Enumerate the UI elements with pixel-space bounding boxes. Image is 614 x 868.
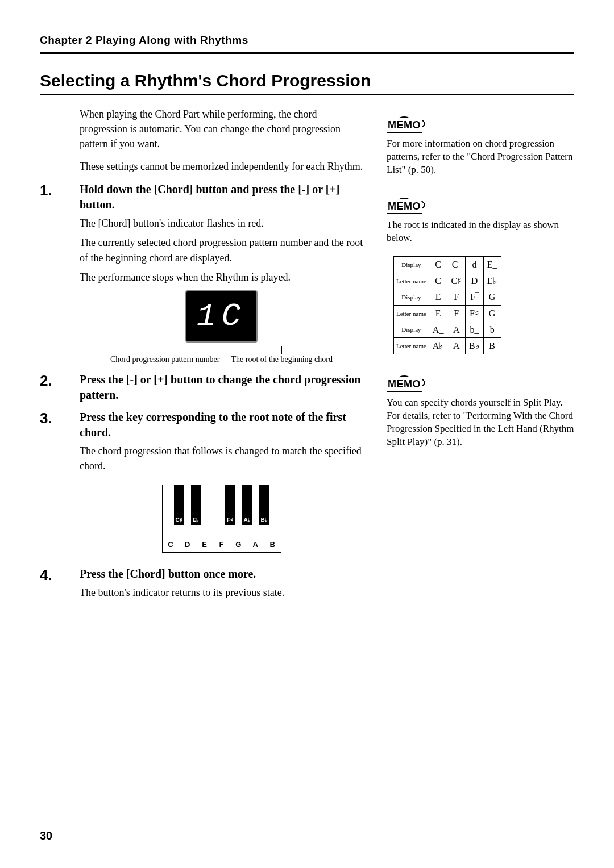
memo-text: For more information on chord progressio… [387, 137, 574, 177]
lcd-text: 1C [197, 298, 246, 335]
step-text: The [Chord] button's indicator flashes i… [80, 216, 363, 231]
step-heading: Press the key corresponding to the root … [80, 410, 363, 440]
main-column: When playing the Chord Part while perfor… [40, 107, 375, 608]
step-text: The button's indicator returns to its pr… [80, 585, 363, 600]
memo-text: The root is indicated in the display as … [387, 219, 574, 245]
black-key: B♭ [259, 485, 269, 525]
lcd-figure: 1C Chord progression pattern number The … [80, 290, 363, 364]
step-number: 1. [40, 182, 80, 368]
black-key: F♯ [225, 485, 235, 525]
black-key: E♭ [191, 485, 201, 525]
step-text: The chord progression that follows is ch… [80, 444, 363, 473]
callout-right: The root of the beginning chord [231, 346, 333, 364]
memo-icon: MEMO [387, 199, 422, 214]
step-heading: Hold down the [Chord] button and press t… [80, 182, 363, 212]
black-key: A♭ [242, 485, 252, 525]
header-rule [40, 52, 574, 54]
step-3: 3. Press the key corresponding to the ro… [40, 410, 363, 563]
black-key: C♯ [174, 485, 184, 525]
callout-left: Chord progression pattern number [110, 346, 219, 364]
memo-text: You can specify chords yourself in Split… [387, 397, 574, 449]
step-1: 1. Hold down the [Chord] button and pres… [40, 182, 363, 368]
side-column: MEMO For more information on chord progr… [387, 107, 574, 608]
step-number: 3. [40, 410, 80, 563]
section-title: Selecting a Rhythm's Chord Progression [40, 71, 574, 95]
root-display-table: DisplayCC‾dE_ Letter nameCC♯DE♭ DisplayE… [393, 256, 501, 354]
keyboard-figure: C D E F G A B C♯ E♭ F♯ A♭ B♭ [80, 479, 363, 558]
memo-icon: MEMO [387, 118, 422, 133]
chapter-header: Chapter 2 Playing Along with Rhythms [40, 34, 574, 52]
step-number: 2. [40, 372, 80, 406]
step-text: The currently selected chord progression… [80, 235, 363, 265]
page-number: 30 [40, 829, 52, 842]
memo-icon: MEMO [387, 377, 422, 392]
step-text: The performance stops when the Rhythm is… [80, 270, 363, 285]
intro-paragraph: When playing the Chord Part while perfor… [80, 107, 363, 151]
step-heading: Press the [Chord] button once more. [80, 566, 363, 582]
lcd-display: 1C [185, 290, 258, 343]
step-2: 2. Press the [-] or [+] button to change… [40, 372, 363, 406]
step-heading: Press the [-] or [+] button to change th… [80, 372, 363, 403]
intro-paragraph: These settings cannot be memorized indep… [80, 159, 363, 174]
step-4: 4. Press the [Chord] button once more. T… [40, 566, 363, 604]
step-number: 4. [40, 566, 80, 604]
